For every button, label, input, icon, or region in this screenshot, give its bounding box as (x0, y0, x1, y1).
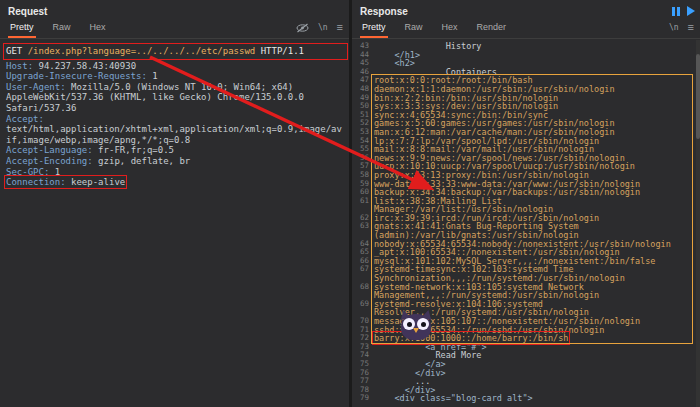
connection-highlight-box: Connection: keep-alive (6, 177, 125, 187)
owl-emoji (401, 314, 431, 340)
passwd-line: 63gnats:x:41:41:Gnats Bug-Reporting Syst… (356, 222, 694, 239)
request-panel: Request Pretty Raw Hex \n ≡ GET /index.p… (0, 0, 349, 407)
tab-request-pretty[interactable]: Pretty (8, 20, 36, 38)
line-number: 61 (356, 197, 374, 214)
line-number: 63 (356, 222, 374, 239)
request-start-line[interactable]: GET /index.php?language=../../../../etc/… (6, 46, 345, 57)
request-header-line[interactable]: Accept-Encoding: gzip, deflate, br (6, 156, 345, 167)
hide-nonprinting-icon[interactable] (296, 23, 309, 33)
request-header-line[interactable]: User-Agent: Mozilla/5.0 (Windows NT 10.0… (6, 82, 345, 114)
tab-request-hex[interactable]: Hex (88, 20, 108, 38)
response-line-text: <div class="blog-card alt"> (374, 394, 672, 403)
request-header-line[interactable]: Accept-Language: fr-FR,fr;q=0.5 (6, 145, 345, 156)
request-header-line[interactable]: Upgrade-Insecure-Requests: 1 (6, 71, 345, 82)
response-line-text: </h1> (374, 51, 672, 60)
owl-beak (413, 328, 419, 333)
request-panel-title: Request (0, 0, 349, 20)
newline-toggle-icon[interactable]: \n (318, 23, 328, 32)
line-number: 68 (356, 283, 374, 300)
response-line-text: list:x:38:38:Mailing List Manager:/var/l… (374, 197, 672, 214)
request-editor[interactable]: GET /index.php?language=../../../../etc/… (0, 39, 349, 188)
intercept-controls (672, 6, 695, 16)
tab-request-raw[interactable]: Raw (51, 20, 73, 38)
pause-icon[interactable] (672, 7, 680, 16)
line-number: 67 (356, 265, 374, 282)
response-line-text: gnats:x:41:41:Gnats Bug-Reporting System… (374, 222, 672, 239)
request-header-line[interactable]: Host: 94.237.58.43:40930 (6, 61, 345, 72)
response-line-text: systemd-timesync:x:102:103:systemd Time … (374, 265, 672, 282)
tab-response-hex[interactable]: Hex (440, 20, 460, 38)
response-viewer: 43 History44 </h1>45 <h2>46 Containers47… (352, 39, 700, 403)
response-line-text: systemd-network:x:103:105:systemd Networ… (374, 283, 672, 300)
response-line: 79 <div class="blog-card alt"> (356, 394, 694, 403)
response-tabbar: Pretty Raw Hex Render \n ≡ (352, 20, 700, 39)
request-editor-icons: \n ≡ (296, 22, 343, 33)
response-panel-title: Response (352, 0, 700, 20)
editor-menu-icon[interactable]: ≡ (688, 22, 694, 33)
passwd-line: 61list:x:38:38:Mailing List Manager:/var… (356, 197, 694, 214)
request-header-line[interactable]: Sec-GPC: 1 (6, 167, 345, 178)
tab-response-render[interactable]: Render (475, 20, 509, 38)
line-number: 72 (356, 334, 374, 343)
request-header-line[interactable]: Connection: keep-alive (6, 177, 345, 188)
burp-message-editor: Request Pretty Raw Hex \n ≡ GET /index.p… (0, 0, 700, 407)
scrollbar-thumb[interactable] (696, 54, 700, 139)
tab-response-pretty[interactable]: Pretty (360, 20, 388, 38)
editor-menu-icon[interactable]: ≡ (337, 22, 343, 33)
request-tabbar: Pretty Raw Hex \n ≡ (0, 20, 349, 39)
passwd-line: 67systemd-timesync:x:102:103:systemd Tim… (356, 265, 694, 282)
passwd-line: 68systemd-network:x:103:105:systemd Netw… (356, 283, 694, 300)
response-panel: Response Pretty Raw Hex Render \n ≡ 43 H… (352, 0, 700, 407)
passwd-annotation-box: 47root:x:0:0:root:/root:/bin/bash48daemo… (356, 76, 694, 342)
line-number: 69 (356, 300, 374, 317)
line-number: 79 (356, 394, 374, 403)
tab-response-raw[interactable]: Raw (403, 20, 425, 38)
play-icon[interactable] (687, 6, 695, 16)
newline-toggle-icon[interactable]: \n (669, 23, 679, 32)
response-scrollbar[interactable] (696, 40, 700, 407)
request-header-line[interactable]: Accept: text/html,application/xhtml+xml,… (6, 114, 345, 146)
response-editor-icons: \n ≡ (669, 22, 694, 33)
